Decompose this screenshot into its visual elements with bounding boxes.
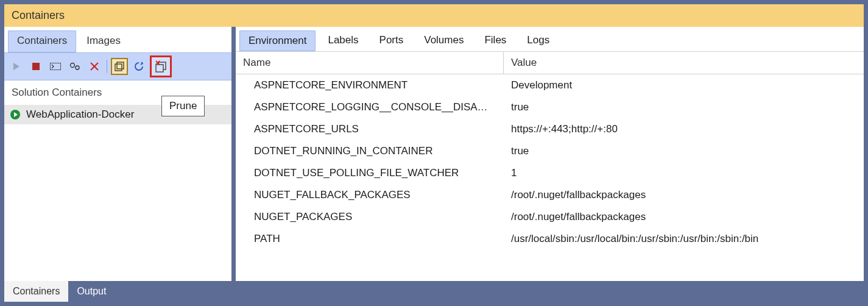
- table-row[interactable]: ASPNETCORE_URLShttps://+:443;http://+:80: [236, 118, 864, 140]
- prune-icon: [154, 60, 168, 73]
- svg-rect-1: [32, 63, 40, 70]
- section-title: Solution Containers: [12, 87, 102, 99]
- refresh-icon: [134, 62, 144, 71]
- env-value: /root/.nuget/fallbackpackages: [504, 184, 864, 206]
- svg-rect-7: [117, 62, 124, 69]
- tab-label: Containers: [13, 286, 60, 297]
- env-name: PATH: [236, 228, 504, 250]
- env-name: NUGET_PACKAGES: [236, 206, 504, 228]
- column-header-name[interactable]: Name: [236, 52, 504, 74]
- tab-label: Labels: [328, 34, 358, 46]
- left-pane: Containers Images: [4, 27, 236, 281]
- svg-point-4: [76, 66, 79, 69]
- column-header-value[interactable]: Value: [504, 52, 864, 74]
- tab-label: Volumes: [424, 34, 464, 46]
- tab-label: Files: [484, 34, 506, 46]
- containers-tool-window: Containers Containers Images: [0, 0, 868, 306]
- remove-button[interactable]: [86, 58, 103, 75]
- env-value: /root/.nuget/fallbackpackages: [504, 206, 864, 228]
- container-item-label: WebApplication-Docker: [26, 109, 134, 121]
- table-header: Name Value: [236, 52, 864, 74]
- toolbar: [4, 52, 231, 80]
- prune-tooltip: Prune: [161, 96, 205, 116]
- window-title: Containers: [4, 4, 864, 27]
- detail-tabs: Environment Labels Ports Volumes Files L…: [236, 27, 864, 51]
- toolbar-separator: [107, 60, 107, 73]
- env-value: true: [504, 140, 864, 162]
- running-icon: [10, 110, 20, 119]
- env-name: ASPNETCORE_LOGGING__CONSOLE__DISA…: [236, 96, 504, 118]
- tab-label: Environment: [249, 35, 306, 46]
- x-icon: [90, 62, 99, 71]
- left-tabs: Containers Images: [4, 27, 231, 52]
- gears-icon: [69, 62, 81, 71]
- tab-logs[interactable]: Logs: [518, 30, 558, 51]
- tab-label: Output: [77, 286, 106, 297]
- terminal-button[interactable]: [47, 58, 64, 75]
- env-value: /usr/local/sbin:/usr/local/bin:/usr/sbin…: [504, 228, 864, 250]
- env-name: DOTNET_RUNNING_IN_CONTAINER: [236, 140, 504, 162]
- bottom-tabs: Containers Output: [4, 281, 864, 302]
- tab-containers[interactable]: Containers: [8, 30, 76, 52]
- svg-rect-8: [115, 64, 122, 71]
- table-body: ASPNETCORE_ENVIRONMENTDevelopment ASPNET…: [236, 74, 864, 250]
- env-value: true: [504, 96, 864, 118]
- svg-marker-0: [13, 63, 19, 70]
- bottom-tab-containers[interactable]: Containers: [4, 281, 68, 302]
- table-row[interactable]: ASPNETCORE_ENVIRONMENTDevelopment: [236, 74, 864, 96]
- env-name: ASPNETCORE_ENVIRONMENT: [236, 74, 504, 96]
- tab-ports[interactable]: Ports: [371, 30, 412, 51]
- env-value: https://+:443;http://+:80: [504, 118, 864, 140]
- tab-files[interactable]: Files: [476, 30, 515, 51]
- tab-images[interactable]: Images: [77, 30, 130, 52]
- stop-icon: [32, 63, 40, 70]
- stop-button[interactable]: [27, 58, 44, 75]
- refresh-button[interactable]: [130, 58, 147, 75]
- table-row[interactable]: DOTNET_USE_POLLING_FILE_WATCHER1: [236, 162, 864, 184]
- svg-point-3: [71, 63, 75, 68]
- table-row[interactable]: NUGET_FALLBACK_PACKAGES/root/.nuget/fall…: [236, 184, 864, 206]
- tab-label: Ports: [379, 34, 404, 46]
- tab-labels[interactable]: Labels: [319, 30, 367, 51]
- tab-label: Containers: [17, 35, 67, 46]
- svg-rect-10: [156, 65, 163, 72]
- env-name: ASPNETCORE_URLS: [236, 118, 504, 140]
- table-row[interactable]: ASPNETCORE_LOGGING__CONSOLE__DISA…true: [236, 96, 864, 118]
- env-value: 1: [504, 162, 864, 184]
- body: Containers Images: [4, 27, 864, 281]
- tab-volumes[interactable]: Volumes: [415, 30, 472, 51]
- play-icon: [12, 62, 21, 71]
- window-title-text: Containers: [12, 9, 65, 21]
- table-row[interactable]: PATH/usr/local/sbin:/usr/local/bin:/usr/…: [236, 228, 864, 250]
- env-name: NUGET_FALLBACK_PACKAGES: [236, 184, 504, 206]
- env-name: DOTNET_USE_POLLING_FILE_WATCHER: [236, 162, 504, 184]
- terminal-icon: [50, 63, 61, 70]
- svg-rect-2: [50, 63, 61, 70]
- env-value: Development: [504, 74, 864, 96]
- remove-all-stopped-button[interactable]: [111, 58, 128, 75]
- table-row[interactable]: NUGET_PACKAGES/root/.nuget/fallbackpacka…: [236, 206, 864, 228]
- table-row[interactable]: DOTNET_RUNNING_IN_CONTAINERtrue: [236, 140, 864, 162]
- env-table: Name Value ASPNETCORE_ENVIRONMENTDevelop…: [236, 51, 864, 281]
- settings-button[interactable]: [66, 58, 83, 75]
- tab-label: Images: [86, 35, 121, 46]
- prune-button[interactable]: [150, 55, 172, 77]
- start-button[interactable]: [8, 58, 25, 75]
- stacked-containers-icon: [114, 61, 125, 72]
- tab-environment[interactable]: Environment: [239, 30, 316, 51]
- tab-label: Logs: [527, 34, 549, 46]
- tooltip-text: Prune: [169, 100, 197, 112]
- bottom-tab-output[interactable]: Output: [68, 281, 115, 302]
- right-pane: Environment Labels Ports Volumes Files L…: [236, 27, 864, 281]
